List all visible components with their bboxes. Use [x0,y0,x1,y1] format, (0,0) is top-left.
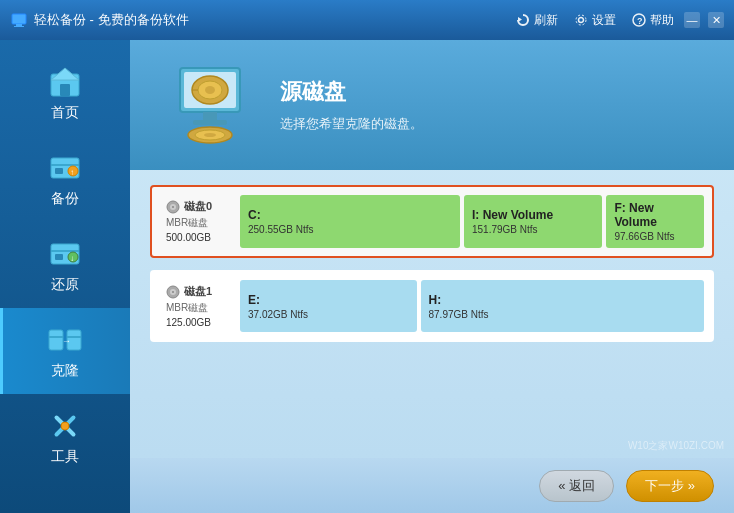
svg-rect-36 [193,120,227,125]
svg-rect-13 [55,168,63,174]
svg-point-4 [579,18,584,23]
disk1-type: MBR磁盘 [166,301,234,315]
sidebar-item-backup[interactable]: ↑ 备份 [0,136,130,222]
disk-row-0[interactable]: 磁盘0 MBR磁盘 500.00GB C: 250.55GB Ntfs I: N… [150,185,714,258]
disk1-size: 125.00GB [166,317,234,328]
backup-icon: ↑ [47,150,83,186]
svg-rect-10 [60,84,70,96]
disk0-size: 500.00GB [166,232,234,243]
next-button[interactable]: 下一步 » [626,470,714,502]
disk0-icon [166,200,180,214]
gear-icon [574,13,588,27]
disk1-info: 磁盘1 MBR磁盘 125.00GB [160,280,240,332]
disk0-partitions: C: 250.55GB Ntfs I: New Volume 151.79GB … [240,195,704,248]
partition-c: C: 250.55GB Ntfs [240,195,460,248]
sidebar: 首页 ↑ 备份 ↓ 还原 [0,40,130,513]
bottom-bar: « 返回 下一步 » [130,458,734,513]
app-icon [10,11,28,29]
disk1-icon [166,285,180,299]
sidebar-item-tools[interactable]: 工具 [0,394,130,480]
minimize-btn[interactable]: — [684,12,700,28]
sidebar-item-restore[interactable]: ↓ 还原 [0,222,130,308]
computer-svg [165,63,255,148]
help-btn[interactable]: ? 帮助 [632,12,674,29]
svg-rect-35 [203,112,217,120]
svg-point-5 [576,15,586,25]
partition-e: E: 37.02GB Ntfs [240,280,417,332]
home-icon [47,64,83,100]
disk0-name: 磁盘0 [166,199,234,214]
content-area: 源磁盘 选择您希望克隆的磁盘。 磁盘0 MBR磁盘 [130,40,734,513]
svg-text:→: → [62,336,71,346]
disk-row-1[interactable]: 磁盘1 MBR磁盘 125.00GB E: 37.02GB Ntfs H: 87… [150,270,714,342]
refresh-btn[interactable]: 刷新 [516,12,558,29]
svg-point-39 [204,133,216,137]
svg-marker-3 [518,17,522,22]
svg-rect-22 [49,336,63,338]
partition-f: F: New Volume 97.66GB Ntfs [606,195,704,248]
back-button[interactable]: « 返回 [539,470,614,502]
help-icon: ? [632,13,646,27]
svg-rect-12 [51,164,79,166]
partition-i: I: New Volume 151.79GB Ntfs [464,195,602,248]
svg-point-33 [205,86,215,94]
disk1-partitions: E: 37.02GB Ntfs H: 87.97GB Ntfs [240,280,704,332]
disk0-info: 磁盘0 MBR磁盘 500.00GB [160,195,240,248]
page-title-section: 源磁盘 选择您希望克隆的磁盘。 [280,77,423,133]
title-bar: 轻松备份 - 免费的备份软件 刷新 设置 ? 帮助 — ✕ [0,0,734,40]
svg-point-28 [61,422,69,430]
svg-rect-2 [14,26,24,27]
computer-illustration [160,63,260,148]
svg-rect-17 [51,250,79,252]
disk1-name: 磁盘1 [166,284,234,299]
svg-rect-21 [49,330,63,350]
settings-btn[interactable]: 设置 [574,12,616,29]
svg-text:↑: ↑ [70,168,74,177]
disks-area: 磁盘0 MBR磁盘 500.00GB C: 250.55GB Ntfs I: N… [130,170,734,357]
svg-point-42 [172,206,174,208]
svg-text:↓: ↓ [70,254,74,263]
sidebar-item-home[interactable]: 首页 [0,50,130,136]
watermark: W10之家W10ZI.COM [628,439,724,453]
restore-icon: ↓ [47,236,83,272]
svg-rect-0 [12,14,26,24]
clone-icon: → [47,322,83,358]
close-btn[interactable]: ✕ [708,12,724,28]
page-title: 源磁盘 [280,77,423,107]
sidebar-item-clone[interactable]: → 克隆 [0,308,130,394]
tools-icon [47,408,83,444]
main-container: 首页 ↑ 备份 ↓ 还原 [0,40,734,513]
page-subtitle: 选择您希望克隆的磁盘。 [280,115,423,133]
svg-point-45 [172,291,174,293]
svg-rect-1 [16,24,22,26]
svg-text:?: ? [637,16,643,26]
app-title: 轻松备份 - 免费的备份软件 [34,11,189,29]
svg-rect-18 [55,254,63,260]
top-section: 源磁盘 选择您希望克隆的磁盘。 [130,40,734,170]
disk0-type: MBR磁盘 [166,216,234,230]
refresh-icon [516,13,530,27]
partition-h: H: 87.97GB Ntfs [421,280,705,332]
